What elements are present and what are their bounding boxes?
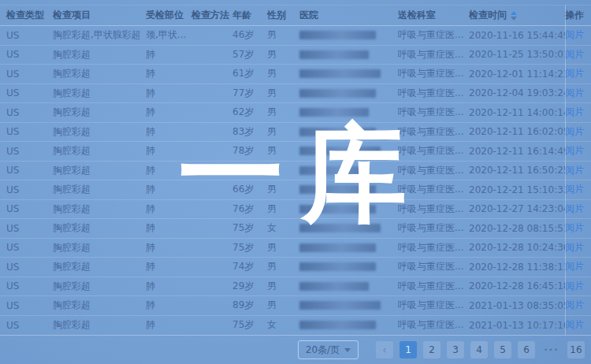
gender-cell: 男 xyxy=(267,280,299,293)
exam-project-cell: 胸腔彩超 xyxy=(53,67,146,80)
hospital-redacted xyxy=(299,224,381,232)
table-row: US 胸腔彩超 肺 77岁 男 呼吸与重症医... 2020-12-04 19:… xyxy=(0,84,591,104)
chevron-down-icon xyxy=(344,348,351,352)
pager: ‹ 1 2 3 4 5 6 ••• 16 xyxy=(373,341,588,358)
exam-project-cell: 胸腔彩超 xyxy=(53,48,146,61)
prev-page-button[interactable]: ‹ xyxy=(376,341,393,358)
actions-cell: 阅片 xyxy=(565,87,591,100)
column-header-exam-time[interactable]: 检查时间 xyxy=(469,9,565,22)
body-part-cell: 肺 xyxy=(146,106,191,119)
actions-cell: 阅片 xyxy=(565,202,591,216)
body-part-cell: 肺 xyxy=(146,202,191,216)
view-images-link[interactable]: 阅片 xyxy=(565,29,584,40)
view-images-link[interactable]: 阅片 xyxy=(565,242,584,253)
hospital-redacted xyxy=(299,147,381,155)
exam-project-cell: 胸腔彩超 xyxy=(53,202,146,216)
page-button[interactable]: ••• xyxy=(541,341,561,358)
view-images-link[interactable]: 阅片 xyxy=(565,203,584,214)
department-cell: 呼吸与重症医... xyxy=(398,299,469,312)
hospital-cell xyxy=(299,128,398,136)
actions-cell: 阅片 xyxy=(565,125,591,139)
page-button[interactable]: 2 xyxy=(423,341,440,358)
table-row: US 胸腔彩超 肺 57岁 男 呼吸与重症医... 2020-11-25 13:… xyxy=(0,46,591,65)
column-header-actions: 操作 xyxy=(565,9,591,22)
page-button[interactable]: 6 xyxy=(518,341,535,358)
view-images-link[interactable]: 阅片 xyxy=(565,49,584,60)
actions-cell: 阅片 xyxy=(565,48,591,61)
gender-cell: 男 xyxy=(267,67,299,80)
gender-cell: 女 xyxy=(267,164,299,177)
age-cell: 78岁 xyxy=(232,144,267,158)
exam-project-cell: 胸腔彩超 xyxy=(53,241,146,254)
hospital-redacted xyxy=(299,108,369,117)
view-images-link[interactable]: 阅片 xyxy=(565,280,584,292)
exam-project-cell: 胸腔彩超,甲状腺彩超 xyxy=(53,28,146,42)
table-row: US 胸腔彩超 肺 75岁 男 呼吸与重症医... 2020-12-28 10:… xyxy=(0,239,591,258)
view-images-link[interactable]: 阅片 xyxy=(565,106,584,117)
view-images-link[interactable]: 阅片 xyxy=(565,299,584,310)
age-cell: 77岁 xyxy=(232,87,267,100)
view-images-link[interactable]: 阅片 xyxy=(565,184,584,195)
body-part-cell: 肺 xyxy=(146,299,191,312)
page-size-select[interactable]: 20条/页 xyxy=(298,340,359,359)
table-header-row: 检查类型 检查项目 受检部位 检查方法 年龄 性别 医院 送检科室 检查时间 操… xyxy=(0,5,591,26)
actions-cell: 阅片 xyxy=(565,164,591,177)
age-cell: 83岁 xyxy=(232,125,267,139)
column-header-exam-type: 检查类型 xyxy=(6,9,53,22)
exam-project-cell: 胸腔彩超 xyxy=(53,106,146,119)
view-images-link[interactable]: 阅片 xyxy=(565,145,584,156)
page-button[interactable]: 1 xyxy=(400,341,417,358)
age-cell: 76岁 xyxy=(232,164,267,177)
page-button[interactable]: 3 xyxy=(447,341,464,358)
gender-cell: 男 xyxy=(267,183,299,196)
view-images-link[interactable]: 阅片 xyxy=(565,87,584,98)
hospital-cell xyxy=(299,147,398,155)
exam-time-label: 检查时间 xyxy=(469,9,507,22)
gender-cell: 男 xyxy=(267,48,299,61)
body-part-cell: 肺 xyxy=(146,87,191,100)
hospital-cell xyxy=(299,205,398,214)
body-part-cell: 肺 xyxy=(146,221,191,235)
hospital-cell xyxy=(299,301,398,310)
actions-cell: 阅片 xyxy=(565,299,591,312)
page-button[interactable]: 4 xyxy=(470,341,488,358)
actions-cell: 阅片 xyxy=(565,67,591,80)
view-images-link[interactable]: 阅片 xyxy=(565,222,584,233)
page-buttons: 1 2 3 4 5 6 ••• 16 xyxy=(396,341,588,358)
department-cell: 呼吸与重症医... xyxy=(398,260,469,273)
exam-type-cell: US xyxy=(6,300,53,311)
view-images-link[interactable]: 阅片 xyxy=(565,126,584,137)
page-button[interactable]: 5 xyxy=(494,341,511,358)
exam-time-cell: 2020-12-21 15:10:33 xyxy=(469,184,565,195)
hospital-redacted xyxy=(299,262,376,271)
gender-cell: 男 xyxy=(267,144,299,158)
view-images-link[interactable]: 阅片 xyxy=(565,261,584,272)
department-cell: 呼吸与重症医... xyxy=(398,241,469,254)
exam-project-cell: 胸腔彩超 xyxy=(53,221,146,235)
hospital-cell xyxy=(299,50,398,59)
department-cell: 呼吸与重症医... xyxy=(398,221,469,235)
exam-type-cell: US xyxy=(6,146,53,157)
department-cell: 呼吸与重症医... xyxy=(398,318,469,332)
view-images-link[interactable]: 阅片 xyxy=(565,319,584,330)
exam-type-cell: US xyxy=(6,280,53,292)
actions-cell: 阅片 xyxy=(565,144,591,158)
page-size-value: 20条/页 xyxy=(306,344,340,357)
body-part-cell: 肺 xyxy=(146,48,191,61)
sort-icon[interactable] xyxy=(511,11,517,20)
hospital-redacted xyxy=(299,69,381,78)
hospital-redacted xyxy=(299,243,376,252)
department-cell: 呼吸与重症医... xyxy=(398,48,469,61)
table-row: US 胸腔彩超 肺 78岁 男 呼吸与重症医... 2020-12-11 16:… xyxy=(0,142,591,162)
exam-list-page: 检查类型 检查项目 受检部位 检查方法 年龄 性别 医院 送检科室 检查时间 操… xyxy=(0,0,591,364)
department-cell: 呼吸与重症医... xyxy=(398,28,469,42)
hospital-redacted xyxy=(299,205,376,214)
page-button[interactable]: 16 xyxy=(567,341,585,358)
body-part-cell: 颈,甲状... xyxy=(146,28,191,42)
table-row: US 胸腔彩超 肺 66岁 男 呼吸与重症医... 2020-12-21 15:… xyxy=(0,180,591,200)
age-cell: 29岁 xyxy=(232,280,267,293)
exam-time-cell: 2020-12-04 19:03:24 xyxy=(469,87,565,98)
view-images-link[interactable]: 阅片 xyxy=(565,68,584,79)
exam-time-cell: 2021-01-13 08:35:05 xyxy=(469,300,565,311)
view-images-link[interactable]: 阅片 xyxy=(565,165,584,176)
